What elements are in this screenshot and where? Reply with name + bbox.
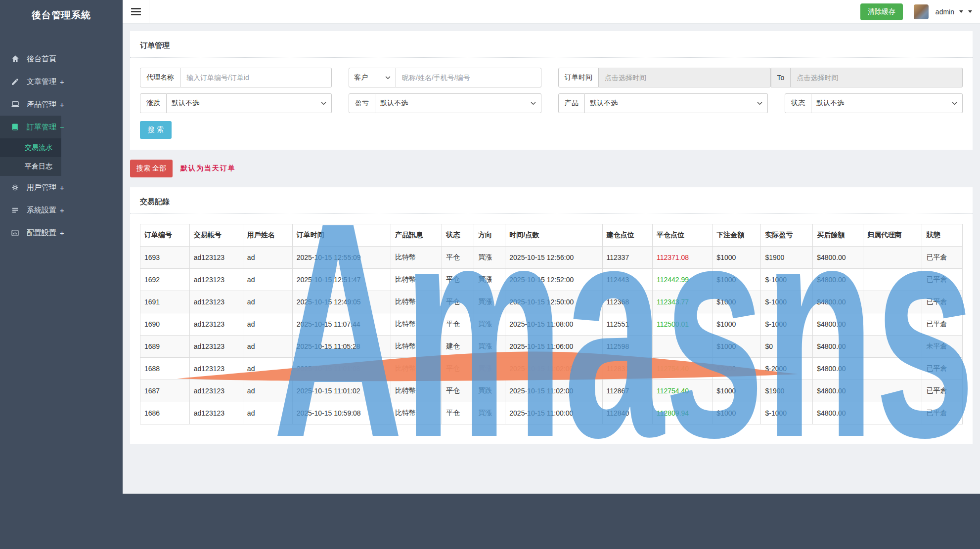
list-icon	[11, 206, 20, 214]
topbar-right: 清除緩存 admin	[860, 3, 980, 20]
table-cell	[863, 336, 922, 358]
sidebar: 後台管理系統 後台首頁 文章管理 +	[0, 0, 123, 494]
product-group: 产品 默认不选	[558, 93, 768, 113]
hamburger-menu-button[interactable]	[123, 0, 149, 23]
customer-select[interactable]: 客户	[349, 68, 396, 87]
chevron-down-icon	[952, 102, 957, 105]
table-cell: 1687	[140, 380, 190, 402]
chevron-down-icon	[385, 76, 391, 80]
table-cell: ad123123	[189, 247, 243, 269]
column-header: 产品訊息	[391, 224, 442, 247]
sidebar-item-products[interactable]: 產品管理 +	[0, 93, 123, 116]
column-header: 时间/点数	[505, 224, 602, 247]
table-cell: 2025-10-15 12:51:47	[292, 269, 391, 291]
order-time-label: 订单时间	[558, 68, 599, 87]
bar-chart-icon	[11, 228, 20, 237]
table-cell: 2025-10-15 12:50:00	[505, 291, 602, 313]
table-cell: 買漲	[474, 247, 505, 269]
sidebar-subitem-transactions[interactable]: 交易流水	[0, 138, 123, 157]
chevron-down-icon[interactable]	[959, 10, 963, 15]
sidebar-item-articles[interactable]: 文章管理 +	[0, 70, 123, 93]
table-cell: $4800.00	[813, 380, 863, 402]
table-cell: 買漲	[474, 269, 505, 291]
table-cell: 平仓	[442, 291, 474, 313]
table-cell: 未平倉	[922, 336, 963, 358]
table-cell: $4800.00	[813, 336, 863, 358]
table-cell: ad	[243, 358, 292, 380]
table-cell: 1692	[140, 269, 190, 291]
table-cell: 112343.77	[652, 291, 712, 313]
sidebar-item-config[interactable]: 配置設置 +	[0, 221, 123, 244]
table-cell: 112754.40	[652, 380, 712, 402]
column-header: 狀態	[922, 224, 963, 247]
table-cell: $-2000	[761, 358, 813, 380]
clear-cache-button[interactable]: 清除緩存	[860, 3, 903, 20]
table-cell: 比特幣	[391, 247, 442, 269]
book-icon	[11, 123, 20, 131]
table-cell: 2025-10-15 11:01:08	[292, 358, 391, 380]
filter-row-1: 代理名称 客户 订单时间	[140, 68, 963, 87]
table-cell: 112598	[602, 336, 652, 358]
sidebar-item-label: 配置設置	[27, 228, 56, 238]
column-header: 实际盈亏	[761, 224, 813, 247]
table-row: 1687ad123123ad2025-10-15 11:01:02比特幣平仓買跌…	[140, 380, 963, 402]
start-time-input[interactable]	[599, 68, 771, 87]
table-row: 1689ad123123ad2025-10-15 11:05:28比特幣建仓買漲…	[140, 336, 963, 358]
table-row: 1691ad123123ad2025-10-15 12:49:05比特幣平仓買漲…	[140, 291, 963, 313]
table-cell: 1688	[140, 358, 190, 380]
actions-row: 搜索 全部 默认为当天订单	[130, 160, 973, 177]
table-cell: 112371.08	[652, 247, 712, 269]
table-cell	[863, 402, 922, 424]
table-cell: 已平倉	[922, 269, 963, 291]
table-cell: $1000	[713, 269, 761, 291]
end-time-input[interactable]	[791, 68, 963, 87]
filter-row-2: 涨跌 默认不选 盈亏 默认不选	[140, 93, 963, 113]
table-cell: $1000	[713, 313, 761, 336]
product-select[interactable]: 默认不选	[585, 93, 768, 113]
table-cell: 2025-10-15 11:08:00	[505, 313, 602, 336]
profit-label: 盈亏	[349, 93, 375, 113]
chevron-down-icon[interactable]	[968, 10, 972, 15]
column-header: 方向	[474, 224, 505, 247]
sidebar-nav: 後台首頁 文章管理 + 產品管理 +	[0, 47, 123, 244]
content: 订单管理 代理名称 客户	[123, 24, 980, 494]
sidebar-item-users[interactable]: 用戶管理 +	[0, 176, 123, 199]
updown-select[interactable]: 默认不选	[167, 93, 332, 113]
table-cell: 平仓	[442, 358, 474, 380]
table-cell: ad	[243, 402, 292, 424]
avatar[interactable]	[914, 4, 929, 19]
table-cell	[863, 291, 922, 313]
sidebar-subitem-label: 交易流水	[25, 143, 52, 152]
sidebar-item-label: 文章管理	[27, 77, 56, 86]
column-header: 状态	[442, 224, 474, 247]
table-cell: ad	[243, 291, 292, 313]
table-cell: ad	[243, 269, 292, 291]
customer-input[interactable]	[396, 68, 541, 87]
column-header: 订单编号	[140, 224, 190, 247]
table-cell: 買漲	[474, 291, 505, 313]
table-cell: $1000	[713, 336, 761, 358]
sidebar-subitem-close-log[interactable]: 平倉日志	[0, 157, 123, 176]
column-header: 买后餘額	[813, 224, 863, 247]
sidebar-item-home[interactable]: 後台首頁	[0, 47, 123, 70]
column-header: 订单时间	[292, 224, 391, 247]
table-cell	[652, 336, 712, 358]
agent-name-input[interactable]	[180, 68, 332, 87]
chevron-down-icon	[531, 102, 536, 105]
table-cell: 2025-10-15 11:00:00	[505, 402, 602, 424]
search-button[interactable]: 搜 索	[140, 121, 172, 139]
sidebar-item-orders[interactable]: 訂單管理 −	[0, 116, 123, 138]
main: 清除緩存 admin 订单管理 代理名称	[123, 0, 980, 494]
search-all-button[interactable]: 搜索 全部	[130, 160, 173, 177]
table-cell: $0	[761, 336, 813, 358]
username[interactable]: admin	[935, 8, 954, 16]
table-cell: $1900	[761, 247, 813, 269]
sidebar-item-system[interactable]: 系統設置 +	[0, 199, 123, 221]
table-cell: 買漲	[474, 313, 505, 336]
sidebar-subitem-label: 平倉日志	[25, 162, 52, 171]
table-cell: 2025-10-15 11:05:28	[292, 336, 391, 358]
customer-group: 客户	[349, 68, 541, 87]
table-cell: 比特幣	[391, 336, 442, 358]
status-select[interactable]: 默认不选	[811, 93, 963, 113]
profit-select[interactable]: 默认不选	[375, 93, 541, 113]
